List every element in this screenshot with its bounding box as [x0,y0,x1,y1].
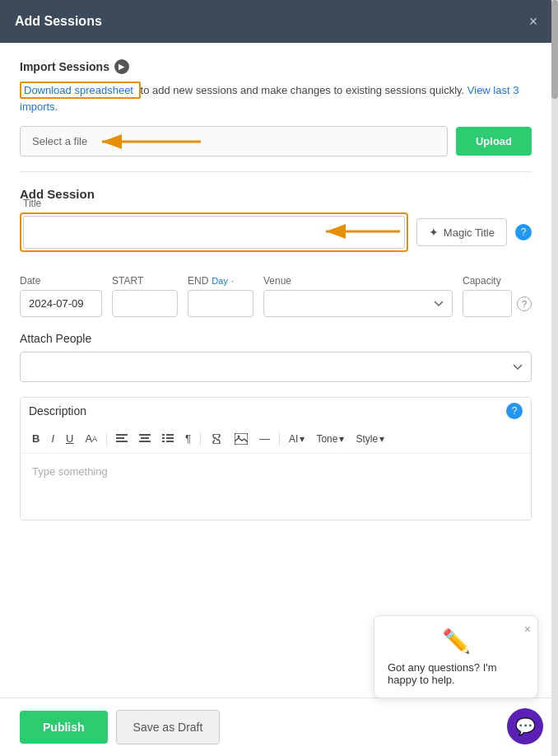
capacity-row: ? [463,290,532,317]
modal-title: Add Sessions [15,14,102,29]
end-input[interactable] [188,290,253,317]
publish-button[interactable]: Publish [20,711,108,744]
select-file-button[interactable]: Select a file [20,126,448,156]
italic-button[interactable]: I [46,429,59,448]
add-session-title: Add Session [20,187,532,201]
svg-rect-9 [139,441,151,442]
svg-rect-4 [116,434,128,436]
scrollbar-thumb[interactable] [551,0,558,99]
description-editor[interactable]: Type something [21,454,531,520]
import-title-text: Import Sessions [20,60,109,73]
svg-rect-12 [162,437,165,439]
start-field-group: START [112,275,178,317]
chat-pencil-icon: ✏️ [442,628,471,655]
date-label: Date [20,275,102,287]
description-header: Description ? [21,398,531,424]
download-link[interactable]: Download spreadsheet [24,84,133,96]
list-button[interactable] [157,431,179,447]
save-draft-button[interactable]: Save as Draft [116,710,221,744]
chat-bubble-button[interactable]: 💬 [507,708,543,744]
svg-rect-17 [235,433,248,445]
tone-chevron: ▾ [339,433,344,445]
align-center-button[interactable] [134,431,156,447]
ai-dropdown[interactable]: AI ▾ [284,430,309,448]
import-section-title: Import Sessions ▶ [20,59,532,74]
file-upload-row: Select a file Upload [20,126,532,156]
magic-title-button[interactable]: ✦ Magic Title [416,218,507,246]
magic-icon: ✦ [429,226,439,239]
svg-rect-15 [166,441,174,442]
font-size-adjust: A [92,435,97,443]
title-input-wrapper [20,212,408,252]
chat-tooltip-text: Got any questions? I'm happy to help. [388,661,524,686]
start-input[interactable] [112,290,178,317]
align-center-icon [139,434,151,444]
day-badge[interactable]: Day [212,276,228,286]
capacity-help-icon[interactable]: ? [517,296,532,311]
divider-1 [20,171,532,172]
footer: Publish Save as Draft [0,698,558,756]
modal-container: Add Sessions × Import Sessions ▶ Downloa… [0,0,558,756]
venue-select[interactable] [263,290,453,317]
style-chevron: ▾ [379,433,384,445]
paragraph-button[interactable]: ¶ [180,429,196,448]
chat-icon-row: ✏️ [388,628,524,655]
svg-rect-6 [116,441,128,442]
style-label: Style [356,433,378,445]
capacity-input[interactable] [463,290,512,317]
chat-tooltip: × ✏️ Got any questions? I'm happy to hel… [374,615,538,698]
title-row: ✦ Magic Title ? [20,212,532,252]
attach-people-section: Attach People [20,332,532,382]
bold-button[interactable]: B [27,429,44,448]
start-label: START [112,275,178,287]
date-input[interactable] [20,290,102,317]
divider-button[interactable]: — [254,429,275,448]
font-size-button[interactable]: AA [80,429,102,448]
scrollbar-track[interactable] [551,0,558,756]
tone-dropdown[interactable]: Tone ▾ [311,430,349,448]
title-input[interactable] [23,216,405,249]
underline-icon: U [66,432,73,445]
modal-body: Import Sessions ▶ Download spreadsheet t… [0,43,551,698]
toolbar-divider-2 [200,432,201,446]
image-icon [235,433,248,445]
svg-rect-10 [162,434,165,436]
ai-label: AI [289,433,298,445]
ai-chevron: ▾ [300,433,305,445]
svg-point-18 [238,435,240,437]
end-label: END [188,275,208,287]
description-toolbar: B I U AA ¶ [21,424,531,454]
end-field-group: END Day · [188,275,253,317]
upload-button[interactable]: Upload [456,127,532,156]
info-icon[interactable]: ? [515,224,532,240]
title-field-wrapper: Title ✦ [20,212,532,252]
date-field-group: Date [20,275,102,317]
chat-tooltip-close[interactable]: × [524,623,531,636]
svg-rect-7 [139,434,151,436]
style-dropdown[interactable]: Style ▾ [351,430,389,448]
import-description-text: to add new sessions and make changes to … [141,84,467,96]
list-icon [162,434,174,444]
svg-rect-5 [116,437,124,439]
title-label: Title [23,198,41,209]
venue-field-group: Venue [263,275,453,317]
attach-people-select[interactable] [20,352,532,382]
svg-rect-11 [166,434,174,436]
bold-icon: B [32,432,40,445]
end-label-row: END Day · [188,275,253,287]
venue-label: Venue [263,275,453,287]
description-label: Description [29,404,86,418]
add-session-section: Add Session Title [20,187,532,520]
date-row: Date START END Day · Venue [20,275,532,317]
capacity-field-group: Capacity ? [463,275,532,317]
close-button[interactable]: × [523,12,543,31]
tone-label: Tone [316,433,337,445]
italic-icon: I [51,432,54,445]
description-info-icon[interactable]: ? [506,403,523,419]
image-button[interactable] [230,430,253,448]
description-placeholder: Type something [32,465,108,478]
capacity-label: Capacity [463,275,532,287]
underline-button[interactable]: U [61,429,78,448]
align-left-button[interactable] [111,431,133,447]
link-button[interactable] [205,431,228,447]
